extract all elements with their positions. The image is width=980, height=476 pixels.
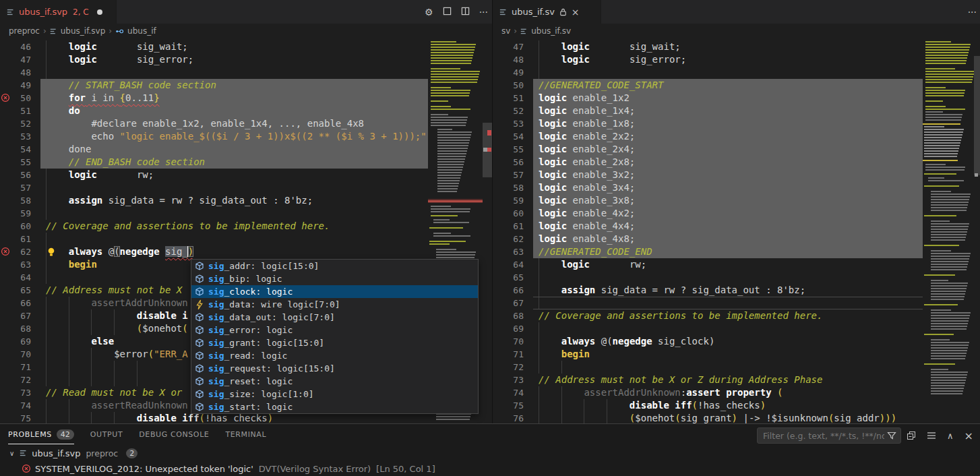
suggest-item[interactable]: sig_addr: logic[15:0] xyxy=(191,260,478,272)
code-line[interactable]: 56logic enable_2x8; xyxy=(493,156,980,169)
code-line[interactable]: 50 for i in {0..11} xyxy=(0,92,492,105)
problem-message: SYSTEM_VERILOG_2012: Unexpected token 'l… xyxy=(35,464,253,474)
code-line[interactable]: 49 xyxy=(493,66,980,79)
suggest-item[interactable]: sig_data: wire logic[7:0] xyxy=(191,298,478,311)
split-editor-icon[interactable] xyxy=(461,7,470,17)
problem-location: [Ln 50, Col 1] xyxy=(376,464,435,474)
code-line[interactable]: 58logic enable_3x4; xyxy=(493,181,980,194)
code-line[interactable]: 55logic enable_2x4; xyxy=(493,143,980,156)
breadcrumb-item-file[interactable]: ubus_if.sv xyxy=(531,26,571,36)
suggest-item[interactable]: sig_start: logic xyxy=(191,400,478,413)
code-line[interactable]: 62logic enable_4x8; xyxy=(493,233,980,245)
code-line[interactable]: 75 disable iff(!has_checks) xyxy=(493,399,980,412)
suggest-item[interactable]: sig_size: logic[1:0] xyxy=(191,388,478,400)
line-number: 53 xyxy=(0,130,31,143)
minimap[interactable] xyxy=(923,38,974,423)
problems-file-row[interactable]: ∨ ubus_if.svp preproc 2 xyxy=(0,446,980,460)
code-line[interactable]: 69 xyxy=(493,322,980,335)
code-line[interactable]: 76 ($onehot(sig_grant) |-> !$isunknown(s… xyxy=(493,412,980,423)
code-line[interactable]: 49 // START_BASH code section xyxy=(0,79,492,92)
code-line[interactable]: 50//GENERATED_CODE_START xyxy=(493,79,980,92)
breadcrumb-item-symbol[interactable]: ubus_if xyxy=(127,26,156,36)
suggest-item[interactable]: sig_error: logic xyxy=(191,324,478,336)
lock-icon xyxy=(559,7,568,16)
code-line[interactable]: 60// Coverage and assertions to be imple… xyxy=(0,220,492,233)
scrollbar[interactable] xyxy=(974,38,980,423)
tab-ubus_if-svp[interactable]: ubus_if.svp 2, C xyxy=(0,0,117,24)
close-panel-icon[interactable]: × xyxy=(964,429,973,442)
breadcrumb-item-sv[interactable]: sv xyxy=(501,26,510,36)
collapse-all-icon[interactable] xyxy=(907,431,916,440)
code-line[interactable]: 62 always @(negedge sig_) xyxy=(0,245,492,258)
suggest-item[interactable]: sig_bip: logic xyxy=(191,272,478,285)
suggest-item[interactable]: sig_grant: logic[15:0] xyxy=(191,336,478,349)
problem-row[interactable]: SYSTEM_VERILOG_2012: Unexpected token 'l… xyxy=(0,461,980,476)
code-line[interactable]: 59 xyxy=(0,207,492,220)
code-line[interactable]: 65 xyxy=(493,271,980,284)
chevron-down-icon[interactable]: ∨ xyxy=(9,450,14,457)
code-line[interactable]: 64 logic rw; xyxy=(493,258,980,271)
scrollbar-slider[interactable] xyxy=(974,56,980,175)
scrollbar[interactable] xyxy=(483,38,492,423)
field-icon xyxy=(194,287,205,297)
code-line[interactable]: 48 logic sig_error; xyxy=(493,53,980,66)
tab-output[interactable]: OUTPUT xyxy=(90,424,123,444)
tab-terminal[interactable]: TERMINAL xyxy=(225,424,266,444)
filter-input[interactable] xyxy=(758,431,887,441)
code-line[interactable]: 53logic enable_1x8; xyxy=(493,117,980,130)
code-line[interactable]: 52 #declare enable_1x2, enable_1x4, ...,… xyxy=(0,117,492,130)
code-line[interactable]: 52logic enable_1x4; xyxy=(493,105,980,117)
code-line[interactable]: 53 echo "logic enable_$(($i / 3 + 1))x$(… xyxy=(0,130,492,143)
maximize-panel-icon[interactable]: ∧ xyxy=(947,431,954,441)
code-line[interactable]: 47 logic sig_wait; xyxy=(493,40,980,53)
code-line[interactable]: 46 logic sig_wait; xyxy=(0,40,492,53)
code-line[interactable]: 73// Address must not be X or Z during A… xyxy=(493,374,980,386)
close-icon[interactable]: × xyxy=(572,7,580,18)
gear-icon[interactable]: ⚙ xyxy=(425,7,433,17)
code-line[interactable]: 55 // END_BASH code section xyxy=(0,156,492,169)
code-line[interactable]: 63//GENERATED_CODE_END xyxy=(493,245,980,258)
code-line[interactable]: 48 xyxy=(0,66,492,79)
layout-icon[interactable] xyxy=(443,7,452,17)
code-line[interactable]: 71 begin xyxy=(493,348,980,361)
code-editor-right[interactable]: 47 logic sig_wait;48 logic sig_error;495… xyxy=(493,38,980,423)
tab-problems[interactable]: PROBLEMS 42 xyxy=(8,424,74,444)
more-actions-icon[interactable]: ··· xyxy=(968,7,977,17)
line-number: 55 xyxy=(0,156,31,169)
tab-debug-console[interactable]: DEBUG CONSOLE xyxy=(139,424,209,444)
breadcrumb-item-file[interactable]: ubus_if.svp xyxy=(61,26,106,36)
suggest-item[interactable]: sig_data_out: logic[7:0] xyxy=(191,311,478,324)
code-line[interactable]: 61logic enable_4x4; xyxy=(493,220,980,233)
code-line[interactable]: 72 xyxy=(493,361,980,374)
code-line[interactable]: 57logic enable_3x2; xyxy=(493,169,980,181)
suggest-item[interactable]: sig_read: logic xyxy=(191,349,478,362)
code-line[interactable]: 60logic enable_4x2; xyxy=(493,207,980,220)
code-line[interactable]: 74 assertAddrUnknown:assert property ( xyxy=(493,386,980,399)
suggest-item[interactable]: sig_reset: logic xyxy=(191,375,478,388)
code-line[interactable]: 57 xyxy=(0,181,492,194)
code-line[interactable]: 56 logic rw; xyxy=(0,169,492,181)
code-line[interactable]: 51logic enable_1x2 xyxy=(493,92,980,105)
code-line[interactable]: 54logic enable_2x2; xyxy=(493,130,980,143)
code-line[interactable]: 66 assign sig_data = rw ? sig_data_out :… xyxy=(493,284,980,297)
breadcrumb-item-preproc[interactable]: preproc xyxy=(9,26,40,36)
view-as-table-icon[interactable] xyxy=(927,431,936,440)
code-line[interactable]: 68// Coverage and assertions to be imple… xyxy=(493,309,980,322)
code-line[interactable]: 61 xyxy=(0,233,492,245)
code-line[interactable]: 59logic enable_3x8; xyxy=(493,194,980,207)
code-line[interactable]: 54 done xyxy=(0,143,492,156)
problems-filter[interactable] xyxy=(757,427,901,444)
tab-ubus_if-sv[interactable]: ubus_if.sv × xyxy=(493,0,601,24)
suggest-item[interactable]: sig_request: logic[15:0] xyxy=(191,362,478,375)
line-number: 75 xyxy=(493,399,524,412)
code-line[interactable]: 70 always @(negedge sig_clock) xyxy=(493,335,980,348)
code-line[interactable]: 51 do xyxy=(0,105,492,117)
suggest-item[interactable]: sig_clock: logic xyxy=(191,285,478,298)
dirty-indicator-icon[interactable] xyxy=(97,9,102,15)
line-number: 56 xyxy=(493,156,524,169)
line-number: 65 xyxy=(0,284,31,297)
code-line[interactable]: 67 xyxy=(493,297,980,309)
code-line[interactable]: 58 assign sig_data = rw ? sig_data_out :… xyxy=(0,194,492,207)
more-actions-icon[interactable]: ··· xyxy=(479,7,488,17)
code-line[interactable]: 47 logic sig_error; xyxy=(0,53,492,66)
